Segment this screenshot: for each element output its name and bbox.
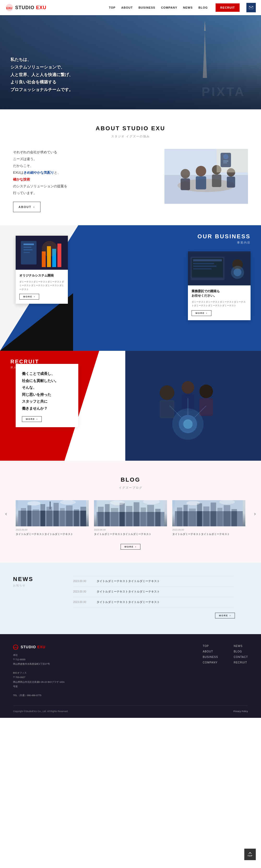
arrow-icon: › (37, 418, 38, 421)
nav-recruit[interactable]: RECRUIT (216, 3, 239, 12)
business-title: OUR BUSINESS (197, 233, 251, 240)
blog-card-2-image (94, 500, 167, 526)
nav-blog[interactable]: BLOG (198, 6, 208, 9)
svg-point-42 (160, 385, 174, 400)
footer-address: 本社 〒712-8059 岡山県倉敷市水島西栄町2丁目27号 BIOオフィス 〒… (13, 653, 65, 698)
svg-rect-28 (58, 244, 61, 267)
about-button[interactable]: ABOUT › (13, 202, 40, 212)
business-card-left-desc: ダミーテストダミーテストダミーテストダミーテストダミーテストダミーテストダミーテ… (19, 280, 64, 291)
svg-text:EXU: EXU (13, 647, 18, 649)
blog-card-2: 2023.00.00 タイトルダミーテキストタイトルダミーテキスト (94, 500, 167, 536)
footer-nav-business[interactable]: BUSINESS (203, 656, 218, 658)
recruit-card: 働くことで成長し、 社会にも貢献したい。 そんな、 同じ思いを持った スタッフと… (16, 364, 78, 427)
news-label-col: NEWS お知らせ (13, 576, 60, 618)
blog-more-button[interactable]: MORE › (121, 544, 140, 550)
svg-rect-23 (24, 249, 33, 250)
svg-rect-11 (212, 175, 221, 187)
news-row-3: 2023.00.00 タイトルダミーテキストタイトルダミーテキスト (73, 597, 235, 608)
svg-rect-88 (189, 508, 196, 526)
blog-carousel: ‹ › (0, 500, 261, 536)
news-layout: NEWS お知らせ 2023.00.00 タイトルダミーテキストタイトルダミーテ… (0, 576, 261, 618)
business-sub: 事業内容 (237, 241, 251, 244)
footer-nav-news[interactable]: NEWS (234, 645, 248, 648)
news-row-2: 2023.00.00 タイトルダミーテキストタイトルダミーテキスト (73, 587, 235, 597)
footer-logo: EXU STUDIO EXU (13, 645, 65, 650)
svg-rect-18 (223, 162, 227, 163)
about-sub: スタジオ イグズーの強み (0, 134, 261, 138)
arrow-icon: › (33, 204, 35, 210)
hero-text: 私たちは、 システムソリューションで、 人と世界、人と人を快適に繋げ、 より良い… (0, 56, 83, 94)
nav-company[interactable]: COMPANY (161, 6, 177, 9)
news-date-1: 2023.00.00 (73, 580, 91, 583)
svg-rect-35 (193, 266, 217, 267)
blog-card-3-image (172, 500, 245, 526)
footer-nav-col-2: NEWS BLOG CONTACT RECRUIT (234, 645, 248, 698)
mail-button[interactable] (247, 3, 256, 12)
about-heading: ABOUT STUDIO EXU (0, 125, 261, 132)
svg-rect-43 (160, 400, 174, 418)
business-card-right: 業務委託での開発もお任せください。 ダミーテストダミーテストダミーテストダミーテ… (188, 251, 251, 320)
svg-rect-9 (196, 176, 206, 189)
svg-point-40 (234, 269, 241, 276)
blog-heading: BLOG (0, 476, 261, 483)
footer-nav-contact[interactable]: CONTACT (234, 656, 248, 658)
blog-card-2-date: 2023.00.00 (94, 528, 167, 531)
nav-about[interactable]: ABOUT (121, 6, 133, 9)
footer-nav-about[interactable]: ABOUT (203, 650, 218, 653)
header: EXU STUDIO EXU TOP ABOUT BUSINESS COMPAN… (0, 0, 261, 15)
blog-more-container: MORE › (0, 544, 261, 550)
news-title-3: タイトルダミーテキストタイトルダミーテキスト (97, 600, 160, 604)
svg-rect-13 (227, 177, 235, 188)
footer-privacy-link[interactable]: Privacy Policy (233, 710, 248, 713)
svg-rect-34 (193, 263, 214, 264)
footer-nav-cols: TOP ABOUT BUSINESS COMPANY NEWS BLOG CON… (203, 645, 248, 698)
footer-nav-col-1: TOP ABOUT BUSINESS COMPANY (203, 645, 218, 698)
blog-section: BLOG イグズーブログ ‹ › (0, 461, 261, 563)
footer-nav-recruit[interactable]: RECRUIT (234, 661, 248, 664)
business-card-right-more[interactable]: MORE › (192, 310, 212, 316)
nav-top[interactable]: TOP (109, 6, 115, 9)
footer-top: EXU STUDIO EXU 本社 〒712-8059 岡山県倉敷市水島西栄町2… (13, 645, 248, 706)
svg-rect-7 (181, 178, 190, 190)
footer-logo-col: EXU STUDIO EXU 本社 〒712-8059 岡山県倉敷市水島西栄町2… (13, 645, 65, 698)
business-card-right-image (188, 251, 251, 285)
svg-point-68 (27, 501, 40, 505)
blog-card-1-date: 2023.00.00 (16, 528, 89, 531)
about-image (164, 149, 248, 204)
business-heading: OUR BUSINESS 事業内容 (197, 233, 251, 245)
business-section: OUR BUSINESS 事業内容 (0, 225, 261, 351)
blog-card-3-title: タイトルダミーテキストタイトルダミーテキスト (172, 532, 245, 536)
business-card-left-title: オリジナルシステム開発 (19, 273, 64, 278)
svg-rect-67 (49, 501, 51, 509)
blog-cards-container: 2023.00.00 タイトルダミーテキストタイトルダミーテキスト (0, 500, 261, 536)
business-card-right-title: 業務委託での開発もお任せください。 (192, 289, 247, 298)
blog-card-2-title: タイトルダミーテキストタイトルダミーテキスト (94, 532, 167, 536)
about-section: ABOUT STUDIO EXU スタジオ イグズーの強み それぞれの会社が求め… (0, 110, 261, 225)
main-nav: TOP ABOUT BUSINESS COMPANY NEWS BLOG REC… (109, 3, 256, 12)
recruit-more-button[interactable]: MORE › (22, 416, 42, 422)
nav-business[interactable]: BUSINESS (139, 6, 155, 9)
svg-point-82 (110, 500, 125, 505)
footer-bottom: Copyright ©StudioEXU Co., Ltd. All Right… (13, 706, 248, 713)
business-card-left-body: オリジナルシステム開発 ダミーテストダミーテストダミーテストダミーテストダミーテ… (16, 270, 68, 304)
news-more-button[interactable]: MORE › (215, 613, 235, 618)
business-card-left-image (16, 236, 68, 270)
svg-rect-36 (193, 268, 212, 270)
business-card-left-more[interactable]: MORE › (19, 294, 39, 300)
hero-section: PIXTA 私たちは、 システムソリューションで、 人と世界、人と人を快適に繋げ… (0, 15, 261, 110)
about-text: それぞれの会社が求めている ニーズは違う。 だからこそ、 EXUはきめ細やかな気… (13, 149, 157, 212)
svg-rect-24 (24, 252, 30, 253)
svg-point-8 (196, 166, 206, 176)
business-card-right-body: 業務委託での開発もお任せください。 ダミーテストダミーテストダミーテストダミーテ… (188, 285, 251, 320)
footer-nav-blog[interactable]: BLOG (234, 650, 248, 653)
news-section: NEWS お知らせ 2023.00.00 タイトルダミーテキストタイトルダミーテ… (0, 563, 261, 634)
svg-rect-17 (223, 161, 228, 161)
nav-news[interactable]: NEWS (183, 6, 193, 9)
svg-point-50 (183, 420, 193, 429)
news-more-container: MORE › (73, 613, 235, 618)
about-image-inner (164, 149, 248, 204)
logo-text: STUDIO EXU (15, 5, 46, 10)
footer-nav-company[interactable]: COMPANY (203, 661, 218, 664)
footer-nav-top[interactable]: TOP (203, 645, 218, 648)
svg-rect-64 (74, 509, 79, 526)
